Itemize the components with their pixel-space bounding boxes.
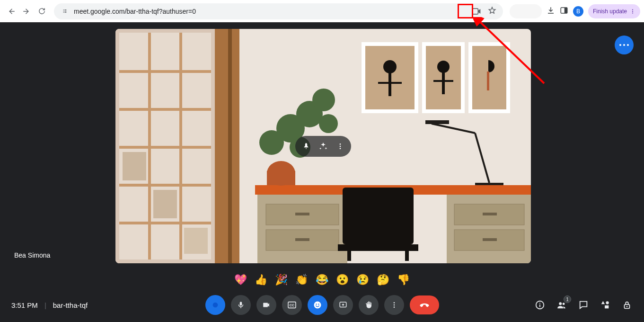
- reaction-laugh[interactable]: 😂: [316, 274, 328, 286]
- present-icon: [339, 301, 347, 309]
- bookmark-star-icon[interactable]: [488, 6, 496, 16]
- effects-sparkle-icon[interactable]: [318, 141, 328, 152]
- camera-button[interactable]: [256, 295, 276, 315]
- call-controls: CC: [205, 295, 439, 315]
- right-panel-controls: 1: [534, 299, 633, 311]
- svg-point-70: [318, 304, 319, 304]
- svg-point-4: [632, 11, 633, 12]
- activities-button[interactable]: [600, 299, 611, 311]
- tile-actions: [295, 136, 351, 157]
- svg-rect-50: [475, 183, 503, 185]
- meeting-info-block: 3:51 PM | bar-ttha-tqf: [11, 301, 88, 309]
- shapes-icon: [600, 300, 610, 310]
- meet-stage: Bea Simona 💖 👍 🎉 👏 😂 😮 😢 🤔 👎 3:51 PM | b…: [0, 22, 644, 322]
- svg-point-63: [340, 145, 341, 147]
- site-settings-icon[interactable]: [61, 7, 69, 16]
- svg-point-62: [340, 143, 341, 145]
- meeting-code-text: bar-ttha-tqf: [53, 301, 88, 309]
- svg-rect-48: [347, 195, 351, 261]
- svg-rect-55: [267, 171, 295, 185]
- svg-point-3: [632, 9, 633, 10]
- tile-more-icon[interactable]: [335, 141, 345, 152]
- host-controls-button[interactable]: [621, 299, 633, 311]
- toolbar-right: B Finish update: [508, 4, 640, 18]
- participant-name: Bea Simona: [14, 251, 50, 259]
- more-options-fab[interactable]: [615, 36, 634, 54]
- svg-rect-77: [539, 303, 540, 304]
- self-preview-button[interactable]: [205, 295, 225, 315]
- downloads-icon[interactable]: [547, 6, 555, 17]
- main-video-tile[interactable]: [115, 29, 531, 263]
- microphone-button[interactable]: [231, 295, 251, 315]
- present-screen-button[interactable]: [333, 295, 353, 315]
- reaction-wow[interactable]: 😮: [336, 274, 349, 286]
- svg-point-61: [319, 114, 338, 133]
- back-button[interactable]: [4, 4, 19, 19]
- reaction-thumbsdown[interactable]: 👎: [397, 274, 410, 286]
- side-panel-icon[interactable]: [560, 6, 568, 17]
- more-controls-button[interactable]: [384, 295, 404, 315]
- svg-rect-20: [215, 29, 239, 263]
- circle-icon: [212, 301, 219, 309]
- info-icon: [535, 300, 545, 310]
- extension-placeholder[interactable]: [510, 4, 542, 18]
- forward-button[interactable]: [19, 4, 34, 19]
- svg-point-83: [626, 306, 628, 307]
- smile-icon: [313, 300, 322, 310]
- svg-point-79: [563, 303, 565, 305]
- svg-rect-25: [388, 72, 391, 96]
- svg-rect-46: [343, 188, 414, 244]
- more-vertical-icon: [630, 9, 635, 14]
- meeting-details-button[interactable]: [534, 299, 546, 311]
- svg-point-64: [340, 148, 341, 149]
- svg-rect-76: [539, 304, 540, 307]
- svg-rect-0: [472, 9, 478, 14]
- captions-button[interactable]: CC: [282, 295, 302, 315]
- reaction-sad[interactable]: 😢: [356, 274, 369, 286]
- svg-rect-26: [378, 82, 402, 84]
- address-bar[interactable]: meet.google.com/bar-ttha-tqf?authuser=0: [54, 3, 503, 19]
- people-button[interactable]: 1: [556, 299, 567, 311]
- hangup-icon: [418, 299, 431, 311]
- svg-point-65: [212, 303, 218, 308]
- arrow-right-icon: [22, 7, 31, 16]
- svg-rect-38: [295, 213, 309, 215]
- arrow-left-icon: [7, 7, 16, 16]
- svg-rect-53: [425, 120, 449, 124]
- more-vertical-icon: [390, 301, 398, 309]
- pin-icon[interactable]: [301, 141, 311, 152]
- svg-point-69: [316, 304, 317, 304]
- svg-rect-18: [153, 190, 177, 218]
- profile-avatar[interactable]: B: [573, 6, 583, 17]
- lock-icon: [622, 300, 632, 310]
- svg-rect-30: [442, 72, 445, 94]
- svg-point-5: [632, 12, 633, 13]
- chat-button[interactable]: [578, 299, 589, 311]
- raise-hand-button[interactable]: [359, 295, 379, 315]
- reaction-party[interactable]: 🎉: [275, 274, 288, 286]
- reload-button[interactable]: [34, 4, 49, 19]
- emoji-reactions-button[interactable]: [308, 295, 327, 315]
- svg-rect-45: [483, 238, 497, 241]
- svg-point-59: [312, 89, 335, 111]
- reactions-bar: 💖 👍 🎉 👏 😂 😮 😢 🤔 👎: [234, 274, 410, 286]
- browser-toolbar: meet.google.com/bar-ttha-tqf?authuser=0 …: [0, 0, 644, 22]
- svg-rect-81: [605, 305, 609, 308]
- svg-text:CC: CC: [289, 303, 294, 307]
- reaction-think[interactable]: 🤔: [377, 274, 389, 286]
- svg-point-74: [393, 306, 395, 308]
- reaction-thumbsup[interactable]: 👍: [255, 274, 267, 286]
- svg-point-24: [383, 60, 397, 73]
- reload-icon: [38, 7, 46, 15]
- camera-icon: [262, 301, 271, 309]
- finish-update-button[interactable]: Finish update: [588, 4, 640, 18]
- reaction-heart[interactable]: 💖: [234, 274, 247, 286]
- svg-point-29: [437, 61, 450, 73]
- svg-rect-21: [228, 29, 232, 263]
- reaction-clap[interactable]: 👏: [295, 274, 308, 286]
- svg-point-80: [606, 301, 609, 304]
- camera-permission-icon[interactable]: [470, 6, 483, 17]
- svg-rect-2: [565, 8, 567, 13]
- leave-call-button[interactable]: [410, 295, 439, 314]
- svg-point-73: [393, 304, 395, 306]
